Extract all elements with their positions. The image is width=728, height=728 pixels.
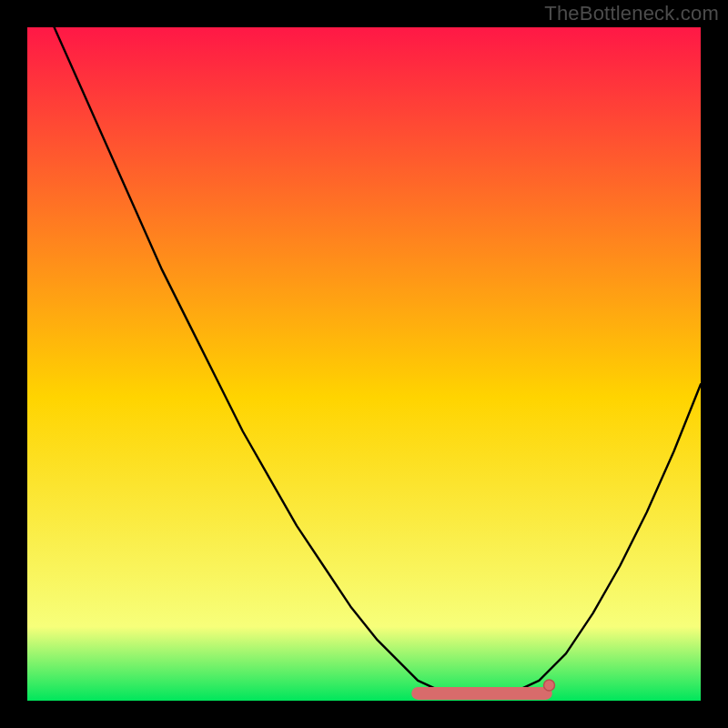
- watermark-text: TheBottleneck.com: [544, 2, 719, 25]
- chart-frame: TheBottleneck.com: [0, 0, 728, 728]
- plot-area: [27, 27, 701, 701]
- optimal-dot: [544, 680, 555, 691]
- plot-svg: [27, 27, 701, 701]
